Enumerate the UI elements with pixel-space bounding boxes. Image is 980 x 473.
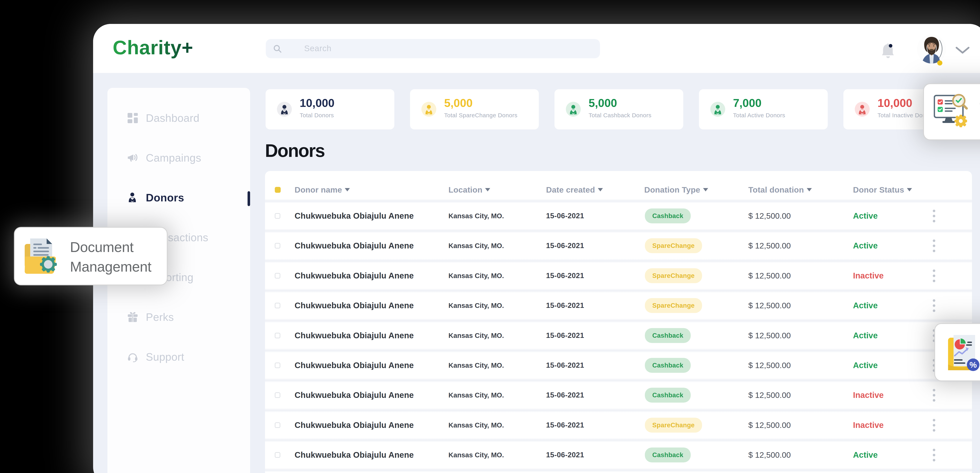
- svg-text:%: %: [969, 360, 977, 369]
